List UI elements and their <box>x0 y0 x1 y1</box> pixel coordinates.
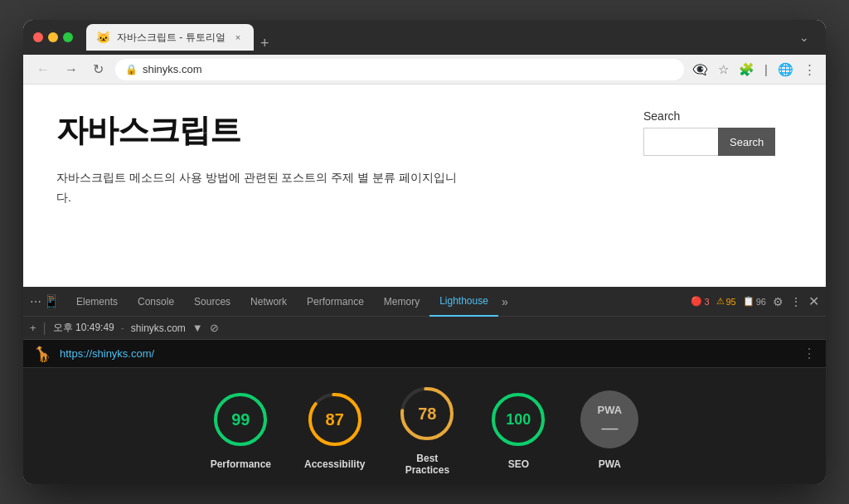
browser-window: 🐱 자바스크립트 - 튜토리얼 × + ⌄ ← → ↻ 🔒 shinyks.co… <box>23 20 826 484</box>
tab-sources[interactable]: Sources <box>184 287 240 317</box>
pwa-circle: PWA — <box>580 390 638 448</box>
toolbar-dash: - <box>121 322 124 334</box>
score-seo: 100 SEO <box>489 390 547 470</box>
forward-button[interactable]: → <box>61 61 81 79</box>
pwa-label: PWA <box>599 458 621 470</box>
score-pwa: PWA — PWA <box>580 390 638 470</box>
tab-favicon: 🐱 <box>96 31 110 44</box>
pwa-icon-text: PWA <box>598 404 623 416</box>
lighthouse-results: 99 Performance 87 Accessibility <box>23 368 826 484</box>
tab-close-button[interactable]: × <box>232 31 244 44</box>
seo-score: 100 <box>506 411 531 429</box>
accessibility-circle: 87 <box>306 390 364 448</box>
devtools-panel: ⋯ 📱 Elements Console Sources Network Per… <box>23 287 826 484</box>
devtools-inspect-icon[interactable]: ⋯ <box>30 295 41 308</box>
toolbar-icons: 👁‍🗨 ☆ 🧩 | 🌐 ⋮ <box>692 62 816 77</box>
tab-lighthouse[interactable]: Lighthouse <box>429 287 498 317</box>
page-content: 자바스크립트 자바스크립트 메소드의 사용 방법에 관련된 포스트의 주제 별 … <box>23 85 826 287</box>
devtools-tab-bar: ⋯ 📱 Elements Console Sources Network Per… <box>23 287 826 317</box>
info-count: 96 <box>756 297 766 307</box>
close-traffic-light[interactable] <box>33 32 43 42</box>
accessibility-label: Accessibility <box>304 458 365 470</box>
devtools-device-icon[interactable]: 📱 <box>43 293 60 309</box>
devtools-close-button[interactable]: ✕ <box>808 293 819 309</box>
settings-icon[interactable]: ⚙ <box>773 295 784 308</box>
tab-memory[interactable]: Memory <box>374 287 429 317</box>
divider: | <box>764 62 768 76</box>
best-practices-circle: 78 <box>398 385 456 443</box>
devtools-more-tabs[interactable]: » <box>498 295 512 308</box>
minimize-traffic-light[interactable] <box>48 32 58 42</box>
tab-expand-button[interactable]: ⌄ <box>793 31 816 44</box>
page-left: 자바스크립트 자바스크립트 메소드의 사용 방법에 관련된 포스트의 주제 별 … <box>56 109 643 208</box>
extension-icon[interactable]: 🧩 <box>739 62 754 77</box>
address-bar: ← → ↻ 🔒 shinyks.com 👁‍🗨 ☆ 🧩 | 🌐 ⋮ <box>23 55 826 85</box>
best-practices-label: BestPractices <box>405 453 449 476</box>
tab-elements[interactable]: Elements <box>66 287 128 317</box>
active-tab[interactable]: 🐱 자바스크립트 - 튜토리얼 × <box>86 24 254 51</box>
search-widget: Search Search <box>643 109 793 156</box>
lighthouse-url: https://shinyks.com/ <box>60 347 154 360</box>
devtools-right-icons: 🔴 3 ⚠ 95 📋 96 ⚙ ⋮ ✕ <box>691 293 819 309</box>
warning-count: 95 <box>726 297 736 307</box>
tab-title: 자바스크립트 - 튜토리얼 <box>117 31 226 45</box>
search-row: Search <box>643 128 793 156</box>
accessibility-score: 87 <box>326 410 344 429</box>
maximize-traffic-light[interactable] <box>63 32 73 42</box>
score-performance: 99 Performance <box>211 390 271 470</box>
toolbar-block[interactable]: ⊘ <box>210 322 219 334</box>
performance-score: 99 <box>231 410 250 429</box>
search-button[interactable]: Search <box>718 128 775 156</box>
score-accessibility: 87 Accessibility <box>304 390 365 470</box>
tab-bar: 🐱 자바스크립트 - 튜토리얼 × + <box>86 24 786 51</box>
tab-console[interactable]: Console <box>128 287 184 317</box>
seo-label: SEO <box>508 458 529 470</box>
best-practices-number-container: 78 <box>398 385 456 443</box>
performance-circle: 99 <box>211 390 269 448</box>
toolbar-divider: | <box>43 321 46 336</box>
tab-network[interactable]: Network <box>240 287 297 317</box>
error-count: 3 <box>704 297 709 307</box>
error-icon: 🔴 <box>691 296 702 307</box>
traffic-lights <box>33 32 73 42</box>
devtools-toolbar: + | 오후 10:49:49 - shinyks.com ▼ ⊘ <box>23 317 826 340</box>
info-badge: 📋 96 <box>743 296 766 307</box>
best-practices-score: 78 <box>418 405 436 424</box>
warning-badge: ⚠ 95 <box>716 296 736 307</box>
toolbar-domain: shinyks.com <box>131 322 186 334</box>
error-badge: 🔴 3 <box>691 296 709 307</box>
refresh-button[interactable]: ↻ <box>90 60 107 79</box>
info-icon: 📋 <box>743 296 754 307</box>
url-text: shinyks.com <box>143 63 202 75</box>
menu-button[interactable]: ⋮ <box>803 62 816 77</box>
back-button[interactable]: ← <box>33 61 53 79</box>
url-more-button[interactable]: ⋮ <box>803 346 816 361</box>
performance-label: Performance <box>211 458 271 470</box>
tab-performance[interactable]: Performance <box>297 287 374 317</box>
add-button[interactable]: + <box>30 322 36 334</box>
security-icon: 🔒 <box>125 64 138 75</box>
new-tab-button[interactable]: + <box>254 36 276 51</box>
score-best-practices: 78 BestPractices <box>398 385 456 476</box>
toolbar-dropdown[interactable]: ▼ <box>192 322 203 334</box>
seo-number-container: 100 <box>489 390 547 448</box>
devtools-url-bar: 🦒 https://shinyks.com/ ⋮ <box>23 340 826 368</box>
performance-number-container: 99 <box>211 390 269 448</box>
toolbar-timestamp: 오후 10:49:49 <box>53 321 114 335</box>
warning-icon: ⚠ <box>716 296 725 307</box>
profile-icon[interactable]: 🌐 <box>778 62 793 77</box>
seo-circle: 100 <box>489 390 547 448</box>
pwa-dash: — <box>601 419 618 436</box>
devtools-more-icon[interactable]: ⋮ <box>790 295 802 308</box>
page-title: 자바스크립트 <box>56 109 643 152</box>
devtools-left-icons: ⋯ 📱 <box>30 293 66 309</box>
page-description: 자바스크립트 메소드의 사용 방법에 관련된 포스트의 주제 별 분류 페이지입… <box>56 168 471 208</box>
lighthouse-favicon: 🦒 <box>33 345 51 363</box>
search-input[interactable] <box>643 128 718 156</box>
search-label: Search <box>643 109 793 123</box>
eyeslash-icon[interactable]: 👁‍🗨 <box>692 62 708 77</box>
bookmark-icon[interactable]: ☆ <box>718 62 729 77</box>
url-input[interactable]: 🔒 shinyks.com <box>115 59 684 80</box>
accessibility-number-container: 87 <box>306 390 364 448</box>
title-bar: 🐱 자바스크립트 - 튜토리얼 × + ⌄ <box>23 20 826 55</box>
